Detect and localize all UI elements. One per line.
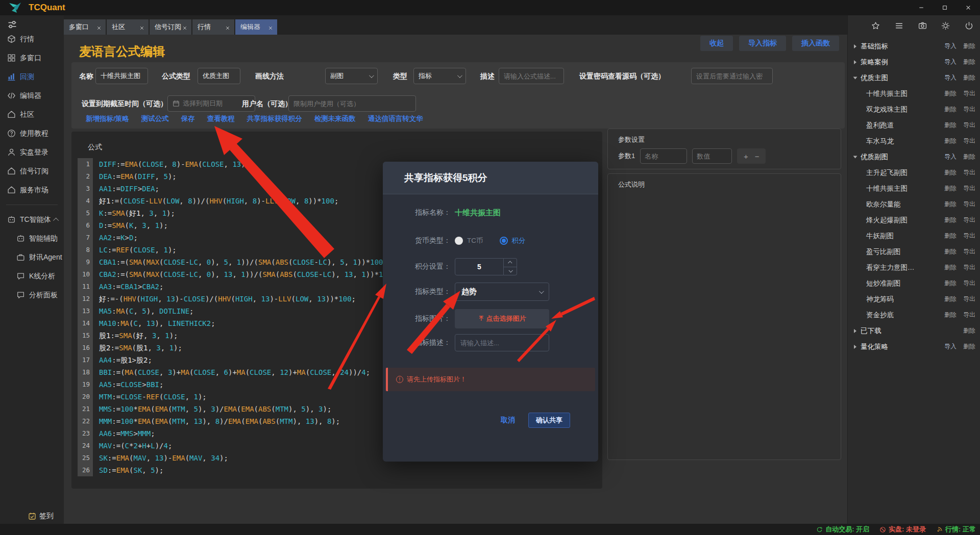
item-delete-link[interactable]: 删除: [944, 232, 957, 240]
indicator-item-row[interactable]: 牛妖副图删除导出: [848, 228, 980, 244]
item-export-link[interactable]: 导出: [963, 200, 975, 209]
item-export-link[interactable]: 导出: [963, 247, 975, 256]
tab-close-icon[interactable]: [225, 24, 230, 30]
sidebar-item-editor[interactable]: 编辑器: [0, 86, 64, 105]
tab-close-icon[interactable]: [268, 24, 273, 30]
indicator-item-row[interactable]: 十维共振主图删除导出: [848, 86, 980, 101]
indicator-item-row[interactable]: 欧奈尔量能删除导出: [848, 196, 980, 212]
item-delete-link[interactable]: 删除: [944, 137, 957, 145]
indicator-item-row[interactable]: 神龙筹码删除导出: [848, 291, 980, 307]
group-import-link[interactable]: 导入: [944, 152, 957, 161]
param-name-input[interactable]: [640, 148, 687, 164]
sliders-icon[interactable]: [7, 19, 17, 30]
indicator-item-row[interactable]: 十维共振主图删除导出: [848, 181, 980, 196]
sidebar-item-quotes[interactable]: 行情: [0, 30, 64, 48]
indicator-item-row[interactable]: 车水马龙删除导出: [848, 133, 980, 149]
formula-type-input[interactable]: [198, 68, 240, 84]
sidebar-item-ai-assist[interactable]: 智能辅助: [0, 229, 64, 248]
param-value-input[interactable]: [692, 148, 732, 164]
item-delete-link[interactable]: 删除: [944, 247, 957, 256]
item-export-link[interactable]: 导出: [963, 216, 975, 224]
item-delete-link[interactable]: 删除: [944, 89, 957, 98]
star-icon[interactable]: [871, 21, 880, 30]
item-export-link[interactable]: 导出: [963, 105, 975, 114]
confirm-share-button[interactable]: 确认共享: [528, 413, 570, 428]
group-delete-link[interactable]: 删除: [963, 58, 975, 66]
insert-function-button[interactable]: 插入函数: [792, 36, 839, 51]
points-stepper[interactable]: [504, 258, 517, 275]
group-delete-link[interactable]: 删除: [963, 342, 975, 351]
sidebar-item-kline-analysis[interactable]: K线分析: [0, 267, 64, 286]
share-indicator-link[interactable]: 共享指标获得积分: [247, 114, 302, 123]
indicator-item-row[interactable]: 盈亏比副图删除导出: [848, 244, 980, 260]
list-icon[interactable]: [895, 21, 903, 30]
kind-select[interactable]: 指标: [413, 68, 466, 84]
tab-signal-subscribe[interactable]: 信号订阅: [150, 19, 191, 35]
item-delete-link[interactable]: 删除: [944, 121, 957, 130]
tab-close-icon[interactable]: [182, 24, 187, 30]
group-delete-link[interactable]: 删除: [963, 152, 975, 161]
view-tutorial-link[interactable]: 查看教程: [207, 114, 235, 123]
group-row-quality-main-charts[interactable]: 优质主图导入删除: [848, 70, 980, 86]
points-input[interactable]: 5: [455, 258, 504, 275]
tdx-to-wenhua-link[interactable]: 通达信语言转文华: [368, 114, 423, 123]
item-export-link[interactable]: 导出: [963, 232, 975, 240]
group-import-link[interactable]: 导入: [944, 73, 957, 82]
item-delete-link[interactable]: 删除: [944, 105, 957, 114]
item-delete-link[interactable]: 删除: [944, 295, 957, 303]
item-export-link[interactable]: 导出: [963, 311, 975, 319]
item-export-link[interactable]: 导出: [963, 89, 975, 98]
item-delete-link[interactable]: 删除: [944, 216, 957, 224]
window-minimize-button[interactable]: [910, 0, 933, 15]
tab-quotes[interactable]: 行情: [192, 19, 234, 35]
power-icon[interactable]: [965, 21, 973, 30]
sidebar-item-community[interactable]: 社区: [0, 105, 64, 124]
test-formula-link[interactable]: 测试公式: [141, 114, 169, 123]
password-input[interactable]: [691, 68, 773, 84]
indicator-item-row[interactable]: 烽火起爆副图删除导出: [848, 212, 980, 228]
detect-future-function-link[interactable]: 检测未来函数: [314, 114, 356, 123]
sidebar-item-finance-agent[interactable]: 财讯Agent: [0, 248, 64, 267]
item-export-link[interactable]: 导出: [963, 279, 975, 288]
param-add-button[interactable]: +: [744, 152, 748, 161]
sidebar-item-multi-window[interactable]: 多窗口: [0, 48, 64, 67]
camera-icon[interactable]: [918, 21, 927, 30]
item-export-link[interactable]: 导出: [963, 263, 975, 272]
sidebar-item-signal-subscribe[interactable]: 信号订阅: [0, 162, 64, 181]
checkin-button[interactable]: 签到: [28, 512, 54, 521]
item-delete-link[interactable]: 删除: [944, 263, 957, 272]
item-delete-link[interactable]: 删除: [944, 168, 957, 177]
indicator-item-row[interactable]: 双龙戏珠主图删除导出: [848, 101, 980, 117]
item-delete-link[interactable]: 删除: [944, 200, 957, 209]
group-row-strategy-examples[interactable]: 策略案例导入删除: [848, 54, 980, 70]
group-row-downloaded[interactable]: 已下载删除: [848, 323, 980, 339]
group-row-basic-indicators[interactable]: 基础指标导入删除: [848, 38, 980, 54]
tab-close-icon[interactable]: [96, 24, 102, 30]
window-close-button[interactable]: [957, 0, 980, 15]
group-delete-link[interactable]: 删除: [963, 73, 975, 82]
tab-close-icon[interactable]: [139, 24, 144, 30]
indicator-desc-input[interactable]: [455, 334, 549, 351]
indicator-item-row[interactable]: 看穿主力意图…删除导出: [848, 260, 980, 275]
sidebar-item-tutorial[interactable]: 使用教程: [0, 124, 64, 143]
window-maximize-button[interactable]: [933, 0, 957, 15]
sidebar-item-analysis-panel[interactable]: 分析面板: [0, 286, 64, 304]
username-input[interactable]: [288, 95, 416, 112]
gear-icon[interactable]: [941, 21, 950, 30]
group-delete-link[interactable]: 删除: [963, 326, 975, 335]
sidebar-item-tc-agent[interactable]: TC智能体: [0, 210, 64, 229]
save-link[interactable]: 保存: [181, 114, 195, 123]
group-import-link[interactable]: 导入: [944, 342, 957, 351]
import-indicator-button[interactable]: 导入指标: [739, 36, 786, 51]
indicator-item-row[interactable]: 盈利跑道删除导出: [848, 117, 980, 133]
item-delete-link[interactable]: 删除: [944, 184, 957, 193]
desc-input[interactable]: [499, 68, 564, 84]
group-delete-link[interactable]: 删除: [963, 42, 975, 50]
sidebar-item-backtest[interactable]: 回测: [0, 67, 64, 86]
tab-editor[interactable]: 编辑器: [235, 19, 277, 35]
radio-points[interactable]: [500, 237, 508, 245]
param-remove-button[interactable]: −: [755, 152, 760, 161]
group-row-quant-strategy[interactable]: 量化策略导入删除: [848, 339, 980, 354]
stepper-up-button[interactable]: [504, 259, 517, 267]
draw-method-select[interactable]: 副图: [325, 68, 378, 84]
